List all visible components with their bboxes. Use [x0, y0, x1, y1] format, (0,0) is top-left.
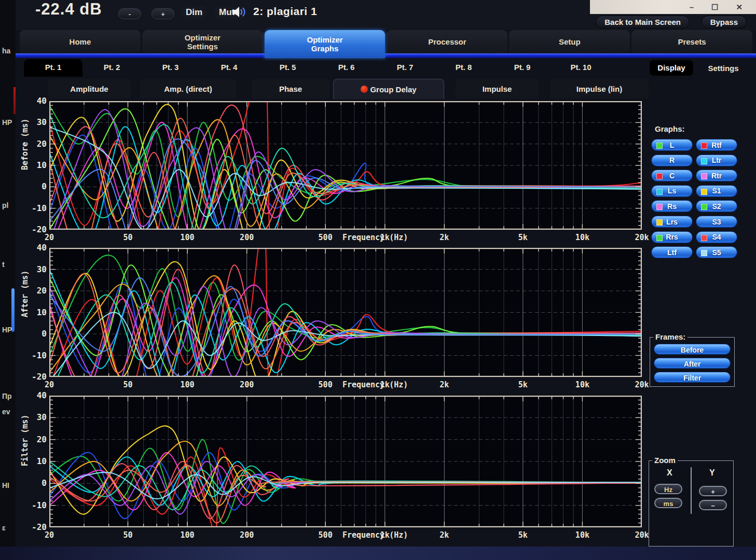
channel-button-ls[interactable]: Ls [651, 185, 693, 197]
tab-impulse[interactable]: Impulse [456, 79, 539, 99]
tab-pt-2[interactable]: Pt. 2 [83, 59, 141, 77]
x-tick-label: 5k [518, 530, 528, 540]
tab-pt-9[interactable]: Pt. 9 [493, 59, 552, 77]
tab-pt-3[interactable]: Pt. 3 [141, 59, 200, 77]
x-tick-label: 2k [439, 530, 449, 540]
optimizer-app-window: -22.4 dB - + Dim Mute 2: plagiari 1 Back… [16, 0, 756, 560]
y-tick-label: 10 [26, 307, 47, 317]
frame-after-button[interactable]: After [654, 358, 731, 369]
zoom-x-label: X [667, 468, 672, 478]
point-tabs: Pt. 1 Pt. 2 Pt. 3 Pt. 4 Pt. 5 Pt. 6 Pt. … [24, 59, 610, 77]
y-tick-label: 0 [26, 478, 47, 488]
tab-home[interactable]: Home [20, 30, 141, 53]
channel-button-rtr[interactable]: Rtr [696, 170, 737, 181]
x-tick-label: 20 [45, 380, 54, 389]
x-tick-label: 50 [123, 530, 132, 540]
tab-amp-direct[interactable]: Amp. (direct) [140, 79, 236, 99]
zoom-x-hz-button[interactable]: Hz [654, 484, 682, 494]
y-tick-label: -10 [26, 500, 47, 510]
channel-button-s4[interactable]: S4 [696, 231, 737, 243]
maximize-icon[interactable]: ☐ [711, 3, 718, 12]
volume-down-button[interactable]: - [118, 8, 141, 19]
dim-button[interactable]: Dim [182, 6, 207, 19]
frame-before-button[interactable]: Before [654, 344, 731, 355]
minimize-icon[interactable]: – [690, 3, 694, 11]
series-ltf [49, 441, 642, 506]
x-tick-label: 5k [518, 233, 528, 242]
channel-label: C [669, 172, 675, 180]
channel-color-swatch [701, 204, 707, 210]
tab-amplitude[interactable]: Amplitude [48, 79, 131, 99]
x-tick-label: 20k [635, 530, 649, 540]
zoom-x-ms-button[interactable]: ms [654, 498, 682, 508]
tab-pt-6[interactable]: Pt. 6 [317, 59, 376, 77]
tab-pt-7[interactable]: Pt. 7 [376, 59, 434, 77]
channel-button-lrs[interactable]: Lrs [651, 216, 693, 228]
tab-setup[interactable]: Setup [509, 30, 630, 53]
tab-display[interactable]: Display [650, 60, 693, 76]
channel-label: S5 [712, 248, 721, 257]
channel-button-rrs[interactable]: Rrs [651, 231, 693, 243]
tab-amplitude-label: Amplitude [70, 85, 108, 93]
tab-pt-8[interactable]: Pt. 8 [434, 59, 493, 77]
filter-plot [49, 396, 642, 527]
tab-pt-10[interactable]: Pt. 10 [552, 59, 610, 77]
y-tick-label: 30 [26, 117, 47, 127]
x-tick-label: 20k [635, 233, 649, 242]
channel-button-rtf[interactable]: Rtf [696, 139, 737, 151]
channel-button-s5[interactable]: S5 [696, 246, 737, 258]
accent-divider-bar [16, 53, 756, 58]
frame-filter-button[interactable]: Filter [654, 372, 731, 383]
bypass-button[interactable]: Bypass [702, 16, 747, 29]
channel-label: Rtf [711, 141, 721, 149]
channel-color-swatch [656, 235, 663, 241]
channel-label: Ltr [712, 156, 722, 164]
channel-label: Ls [668, 187, 676, 195]
channel-label: S4 [712, 233, 721, 241]
zoom-y-plus-button[interactable]: + [699, 486, 727, 496]
tab-group-delay[interactable]: Group Delay [333, 79, 444, 99]
tab-settings[interactable]: Settings [698, 61, 748, 76]
channel-button-ltf[interactable]: Ltf [651, 246, 693, 258]
tab-impulse-lin-label: Impulse (lin) [576, 85, 622, 93]
tab-presets[interactable]: Presets [631, 30, 752, 53]
x-tick-label: 20 [45, 530, 54, 540]
tab-pt-1[interactable]: Pt. 1 [24, 59, 83, 77]
close-icon[interactable]: ✕ [736, 3, 743, 12]
tab-pt-4[interactable]: Pt. 4 [200, 59, 258, 77]
channel-button-c[interactable]: C [651, 170, 693, 181]
y-tick-label: 10 [26, 456, 47, 466]
tab-pt-5[interactable]: Pt. 5 [258, 59, 317, 77]
y-tick-label: 0 [26, 181, 47, 191]
channel-color-swatch [656, 173, 663, 179]
background-text-fragment: HP [2, 326, 12, 334]
channel-button-s3[interactable]: S3 [696, 216, 737, 228]
x-tick-label: 100 [181, 380, 195, 389]
series-rrs [49, 265, 642, 377]
channel-button-l[interactable]: L [651, 139, 693, 151]
channel-button-s2[interactable]: S2 [696, 200, 737, 212]
channel-button-s1[interactable]: S1 [696, 185, 737, 197]
channel-label: Lrs [666, 218, 678, 226]
y-tick-label: 20 [26, 435, 47, 444]
y-tick-label: -10 [26, 351, 47, 360]
channel-button-rs[interactable]: Rs [651, 200, 693, 212]
tab-optimizer-graphs[interactable]: Optimizer Graphs [265, 30, 386, 58]
tab-impulse-lin[interactable]: Impulse (lin) [550, 79, 649, 99]
tab-processor[interactable]: Processor [387, 30, 507, 53]
channel-button-ltr[interactable]: Ltr [696, 155, 737, 166]
background-window-strip: haHPpltHPПрevHIε [0, 0, 16, 560]
tab-phase[interactable]: Phase [252, 79, 329, 99]
volume-up-button[interactable]: + [152, 8, 174, 19]
speaker-icon [231, 6, 247, 18]
channel-button-r[interactable]: R [651, 155, 693, 166]
zoom-y-label: Y [709, 468, 715, 478]
series-s4 [49, 274, 642, 377]
tab-optimizer-settings[interactable]: Optimizer Settings [142, 30, 263, 53]
zoom-y-minus-button[interactable]: − [699, 500, 727, 510]
back-to-main-screen-button[interactable]: Back to Main Screen [596, 16, 690, 29]
channel-label: S3 [712, 218, 721, 226]
y-tick-label: -20 [26, 522, 47, 532]
x-tick-label: 500 [319, 233, 333, 242]
y-tick-label: -10 [26, 203, 47, 213]
